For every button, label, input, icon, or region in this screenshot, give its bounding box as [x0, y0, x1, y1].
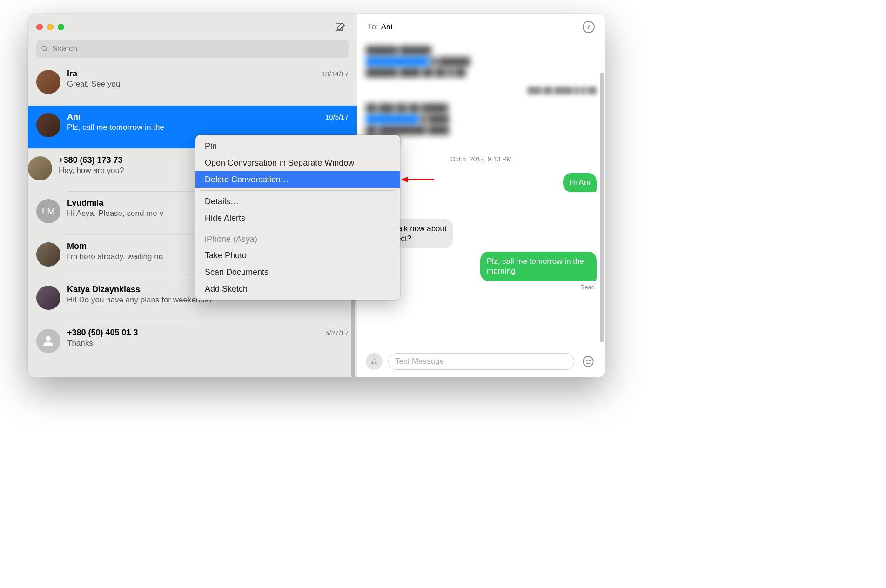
- menu-item-open-separate[interactable]: Open Conversation in Separate Window: [195, 154, 400, 171]
- outgoing-message[interactable]: Hi Ani: [563, 173, 597, 192]
- appstore-icon: [370, 357, 378, 366]
- redacted-timestamp: ███ ██ ████ █ █ ██: [366, 87, 597, 94]
- avatar: [36, 329, 60, 353]
- avatar: [36, 70, 60, 94]
- window-controls: [36, 24, 64, 30]
- conversation-name: Ira: [67, 69, 77, 79]
- svg-point-3: [586, 360, 587, 361]
- menu-item-take-photo[interactable]: Take Photo: [195, 247, 400, 264]
- conversation-date: 5/27/17: [325, 329, 349, 337]
- conversation-preview: Plz, call me tomorrow in the: [67, 123, 349, 132]
- compose-button[interactable]: [332, 19, 349, 35]
- conversation-row[interactable]: +380 (50) 405 01 3 5/27/17 Thanks!: [28, 321, 357, 364]
- scrollbar-thumb[interactable]: [600, 73, 604, 342]
- avatar: [36, 286, 60, 310]
- avatar: [36, 242, 60, 267]
- redacted-message: ██████ ██████ ████████████ █ ██████ ████…: [366, 45, 505, 78]
- conversation-date: 10/14/17: [322, 70, 349, 78]
- menu-item-hide-alerts[interactable]: Hide Alerts: [195, 210, 400, 227]
- conversation-name: +380 (50) 405 01 3: [67, 328, 138, 338]
- avatar-initials: LM: [42, 206, 55, 217]
- svg-point-1: [42, 46, 46, 50]
- smiley-icon: [582, 355, 594, 368]
- close-window-button[interactable]: [36, 24, 43, 30]
- svg-point-2: [583, 356, 593, 367]
- menu-item-details[interactable]: Details…: [195, 193, 400, 210]
- emoji-button[interactable]: [580, 353, 597, 370]
- menu-separator: [200, 190, 396, 191]
- avatar: LM: [36, 199, 60, 223]
- conversation-name: Lyudmila: [67, 198, 103, 208]
- menu-item-scan-documents[interactable]: Scan Documents: [195, 264, 400, 281]
- conversation-name: Mom: [67, 241, 87, 251]
- menu-item-delete-conversation[interactable]: Delete Conversation…: [195, 171, 400, 188]
- menu-item-add-sketch[interactable]: Add Sketch: [195, 281, 400, 297]
- maximize-window-button[interactable]: [58, 24, 64, 30]
- avatar: [36, 113, 60, 137]
- conversation-name: Katya Dizaynklass: [67, 285, 140, 294]
- apps-button[interactable]: [366, 353, 383, 370]
- menu-item-pin[interactable]: Pin: [195, 138, 400, 154]
- svg-point-4: [589, 360, 590, 361]
- to-label: To:: [368, 22, 378, 32]
- search-placeholder: Search: [52, 44, 77, 53]
- minimize-window-button[interactable]: [47, 24, 54, 30]
- menu-section-header: iPhone (Asya): [195, 232, 400, 247]
- transcript-header: To: Ani i: [357, 14, 605, 40]
- conversation-preview: Thanks!: [67, 339, 349, 348]
- avatar: [28, 156, 52, 180]
- timestamp: Oct 5, 2017, 9:13 PM: [366, 155, 597, 163]
- conversation-date: 10/5/17: [325, 113, 349, 121]
- input-bar: [357, 351, 605, 377]
- conversation-row[interactable]: Ira 10/14/17 Great. See you.: [28, 62, 357, 105]
- outgoing-message[interactable]: Plz, call me tomorrow in the morning: [480, 252, 597, 281]
- titlebar: [28, 14, 357, 40]
- menu-separator: [200, 229, 396, 229]
- conversation-name: +380 (63) 173 73: [59, 155, 123, 165]
- search-icon: [41, 45, 48, 53]
- details-button[interactable]: i: [583, 21, 595, 33]
- context-menu: Pin Open Conversation in Separate Window…: [195, 135, 400, 300]
- search-field[interactable]: Search: [36, 40, 349, 58]
- conversation-preview: Great. See you.: [67, 80, 349, 89]
- to-name: Ani: [381, 22, 393, 32]
- conversation-name: Ani: [67, 112, 81, 122]
- message-input[interactable]: [388, 353, 574, 370]
